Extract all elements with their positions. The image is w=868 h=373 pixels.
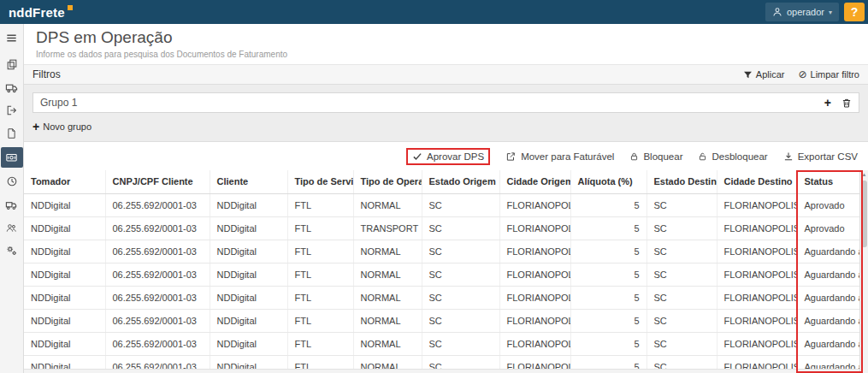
table-cell: SC	[422, 263, 499, 286]
table-cell: 06.255.692/0001-03	[105, 240, 210, 263]
table-cell: FLORIANOPOLIS	[717, 193, 797, 216]
table-cell: 06.255.692/0001-03	[105, 286, 210, 309]
delete-group-button[interactable]	[841, 98, 852, 109]
table-cell: NDDigital	[210, 216, 287, 240]
document-icon[interactable]	[1, 124, 23, 143]
dps-table: TomadorCNPJ/CPF ClienteClienteTipo de Se…	[24, 170, 859, 373]
approve-dps-button[interactable]: Aprovar DPS	[406, 148, 490, 165]
vertical-scrollbar[interactable]: ▲	[859, 170, 868, 373]
table-cell: FLORIANOPOLIS	[717, 309, 797, 332]
table-cell: 5	[570, 309, 647, 332]
table-cell: NDDigital	[210, 309, 287, 332]
table-cell: FTL	[287, 332, 353, 355]
check-icon	[412, 151, 422, 162]
settings-icon[interactable]	[1, 241, 23, 260]
move-to-billable-button[interactable]: Mover para Faturável	[505, 151, 614, 162]
column-header-6[interactable]: Cidade Origem	[499, 170, 570, 193]
table-cell: SC	[647, 193, 717, 216]
users-icon[interactable]	[1, 218, 23, 237]
move-icon	[505, 151, 517, 162]
chevron-down-icon: ▾	[829, 9, 832, 16]
column-header-7[interactable]: Alíquota (%)	[570, 170, 647, 193]
page-subtitle: Informe os dados para pesquisa dos Docum…	[36, 50, 856, 59]
table-cell: 5	[570, 240, 647, 263]
table-cell: SC	[647, 216, 717, 240]
column-header-4[interactable]: Tipo de Operação	[353, 170, 422, 193]
table-cell: FTL	[287, 193, 353, 216]
table-cell: SC	[422, 193, 499, 216]
page-head: DPS em Operação Informe os dados para pe…	[24, 24, 868, 65]
table-cell: FLORIANOPOLIS	[499, 309, 570, 332]
table-cell: FLORIANOPOLIS	[717, 286, 797, 309]
brand-square-icon	[68, 5, 73, 10]
table-cell: SC	[647, 263, 717, 286]
table-cell: FLORIANOPOLIS	[499, 193, 570, 216]
apply-filter-label: Aplicar	[756, 69, 785, 80]
table-row[interactable]: NDDigital06.255.692/0001-03NDDigitalFTLN…	[24, 286, 859, 309]
table-cell: FLORIANOPOLIS	[499, 286, 570, 309]
column-header-3[interactable]: Tipo de Serviço	[287, 170, 353, 193]
table-area: Aprovar DPS Mover para Faturável Bloquea…	[24, 142, 868, 373]
column-header-0[interactable]: Tomador	[24, 170, 105, 193]
fleet-icon[interactable]	[1, 195, 23, 214]
column-header-5[interactable]: Estado Origem	[422, 170, 499, 193]
help-button[interactable]: ?	[844, 3, 865, 21]
table-cell: 06.255.692/0001-03	[105, 216, 210, 240]
dps-table-body: NDDigital06.255.692/0001-03NDDigitalFTLN…	[24, 193, 859, 373]
table-cell: NDDigital	[24, 216, 105, 240]
unblock-button[interactable]: Desbloquear	[698, 151, 767, 162]
ban-icon: ⊘	[798, 69, 806, 80]
menu-icon[interactable]	[1, 28, 23, 47]
column-header-10[interactable]: Status	[797, 170, 859, 193]
table-cell: SC	[422, 309, 499, 332]
dps-table-header-row: TomadorCNPJ/CPF ClienteClienteTipo de Se…	[24, 170, 859, 193]
table-cell: 06.255.692/0001-03	[105, 263, 210, 286]
group-label: Grupo 1	[40, 97, 77, 109]
apply-filter-button[interactable]: Aplicar	[743, 69, 785, 80]
add-filter-button[interactable]: +	[824, 97, 831, 109]
scrollbar-thumb[interactable]	[861, 181, 867, 247]
clear-filter-button[interactable]: ⊘ Limpar filtro	[798, 69, 859, 80]
table-row[interactable]: NDDigital06.255.692/0001-03NDDigitalFTLN…	[24, 193, 859, 216]
table-row[interactable]: NDDigital06.255.692/0001-03NDDigitalFTLN…	[24, 309, 859, 332]
sign-out-icon[interactable]	[1, 101, 23, 120]
table-cell: 5	[570, 286, 647, 309]
billing-icon[interactable]	[1, 147, 23, 168]
table-cell: FTL	[287, 263, 353, 286]
filter-group-panel[interactable]: Grupo 1 +	[32, 92, 859, 113]
table-row[interactable]: NDDigital06.255.692/0001-03NDDigitalFTLN…	[24, 332, 859, 355]
horizontal-scrollbar[interactable]	[24, 369, 859, 373]
new-group-button[interactable]: + Novo grupo	[32, 121, 92, 133]
block-label: Bloquear	[643, 151, 682, 162]
copy-icon[interactable]	[1, 55, 23, 74]
table-cell: FLORIANOPOLIS	[717, 216, 797, 240]
table-cell: NORMAL	[353, 309, 422, 332]
table-cell: NORMAL	[353, 332, 422, 355]
truck-icon[interactable]	[1, 78, 23, 97]
export-csv-button[interactable]: Exportar CSV	[783, 151, 858, 162]
page-title: DPS em Operação	[36, 28, 856, 47]
table-cell: SC	[422, 286, 499, 309]
block-button[interactable]: Bloquear	[629, 151, 682, 162]
scroll-up-icon[interactable]: ▲	[860, 170, 868, 177]
table-row[interactable]: NDDigital06.255.692/0001-03NDDigitalFTLT…	[24, 216, 859, 240]
column-header-1[interactable]: CNPJ/CPF Cliente	[105, 170, 210, 193]
table-cell: Aguardando apro	[797, 240, 859, 263]
table-cell: NORMAL	[353, 286, 422, 309]
table-row[interactable]: NDDigital06.255.692/0001-03NDDigitalFTLN…	[24, 263, 859, 286]
table-cell: NDDigital	[210, 193, 287, 216]
column-header-2[interactable]: Cliente	[210, 170, 287, 193]
column-header-8[interactable]: Estado Destino	[647, 170, 717, 193]
tracking-icon[interactable]	[1, 172, 23, 191]
filter-icon	[743, 70, 753, 80]
column-header-9[interactable]: Cidade Destino	[717, 170, 797, 193]
user-menu-button[interactable]: operador ▾	[765, 3, 839, 21]
table-row[interactable]: NDDigital06.255.692/0001-03NDDigitalFTLN…	[24, 240, 859, 263]
table-cell: SC	[422, 240, 499, 263]
table-cell: FLORIANOPOLIS	[499, 332, 570, 355]
unlock-icon	[698, 151, 707, 162]
table-cell: 06.255.692/0001-03	[105, 332, 210, 355]
table-cell: 06.255.692/0001-03	[105, 193, 210, 216]
unblock-label: Desbloquear	[712, 151, 767, 162]
table-cell: NORMAL	[353, 263, 422, 286]
